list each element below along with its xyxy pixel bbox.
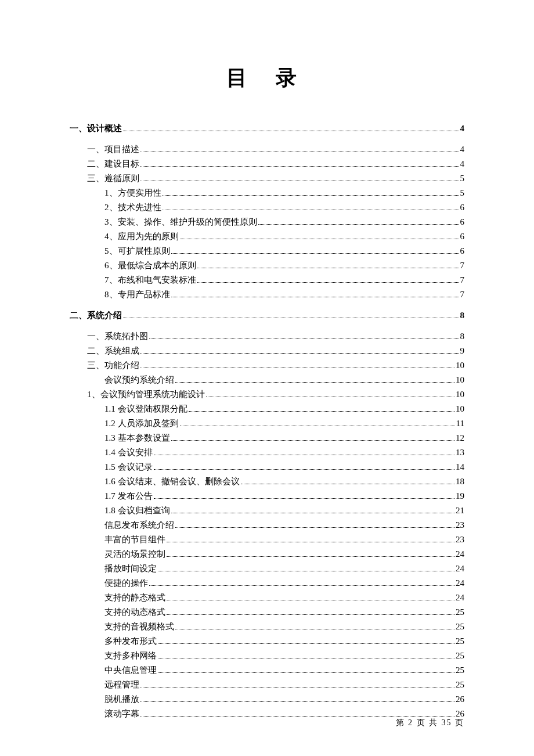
toc-entry[interactable]: 6、最低综合成本的原则7 xyxy=(70,258,464,272)
toc-entry[interactable]: 一、设计概述4 xyxy=(70,121,464,135)
toc-entry-page: 5 xyxy=(460,171,465,185)
toc-entry[interactable]: 1、会议预约管理系统功能设计10 xyxy=(70,387,464,401)
toc-entry-label: 播放时间设定 xyxy=(104,561,157,575)
toc-entry-label: 1、会议预约管理系统功能设计 xyxy=(87,387,205,401)
page-footer: 第 2 页 共 35 页 xyxy=(396,718,465,728)
toc-entry[interactable]: 中央信息管理25 xyxy=(70,663,464,677)
toc-entry[interactable]: 7、布线和电气安装标准7 xyxy=(70,273,464,287)
toc-entry-page: 26 xyxy=(456,692,464,706)
toc-entry-label: 灵活的场景控制 xyxy=(104,547,165,561)
toc-entry[interactable]: 3、安装、操作、维护升级的简便性原则6 xyxy=(70,215,464,229)
toc-entry[interactable]: 多种发布形式25 xyxy=(70,634,464,648)
toc-entry-page: 10 xyxy=(456,358,464,372)
toc-entry-page: 24 xyxy=(456,561,464,575)
document-title: 目 录 xyxy=(70,64,464,92)
toc-entry-page: 4 xyxy=(460,157,465,171)
toc-dot-leader xyxy=(175,527,454,528)
toc-entry-label: 1、方便实用性 xyxy=(104,186,161,200)
toc-entry-label: 便捷的操作 xyxy=(104,576,148,590)
toc-entry[interactable]: 1、方便实用性5 xyxy=(70,186,464,200)
toc-entry-page: 11 xyxy=(456,416,464,430)
toc-entry-page: 7 xyxy=(460,287,465,301)
toc-dot-leader xyxy=(123,318,459,318)
toc-entry-label: 丰富的节目组件 xyxy=(104,532,165,546)
toc-dot-leader xyxy=(163,210,459,210)
toc-dot-leader xyxy=(167,614,454,615)
toc-entry-label: 会议预约系统介绍 xyxy=(104,373,174,387)
toc-dot-leader xyxy=(158,571,454,571)
toc-entry[interactable]: 8、专用产品标准7 xyxy=(70,287,464,301)
toc-entry[interactable]: 灵活的场景控制24 xyxy=(70,547,464,561)
toc-entry[interactable]: 会议预约系统介绍10 xyxy=(70,373,464,387)
toc-entry[interactable]: 1.6 会议结束、撤销会议、删除会议18 xyxy=(70,474,464,488)
toc-dot-leader xyxy=(149,339,459,339)
toc-entry[interactable]: 播放时间设定24 xyxy=(70,561,464,575)
toc-entry[interactable]: 1.3 基本参数设置12 xyxy=(70,431,464,445)
toc-dot-leader xyxy=(158,658,454,658)
toc-dot-leader xyxy=(180,426,455,426)
toc-entry-label: 中央信息管理 xyxy=(104,663,157,677)
toc-entry-label: 1.2 人员添加及签到 xyxy=(104,416,179,430)
toc-dot-leader xyxy=(171,297,459,297)
toc-dot-leader xyxy=(175,629,454,629)
toc-entry[interactable]: 二、建设目标4 xyxy=(70,157,464,171)
toc-entry-page: 8 xyxy=(460,329,465,343)
toc-entry[interactable]: 一、系统拓扑图8 xyxy=(70,329,464,343)
toc-entry-page: 19 xyxy=(456,489,464,503)
toc-entry[interactable]: 1.4 会议安排13 xyxy=(70,445,464,459)
toc-dot-leader xyxy=(171,513,455,513)
toc-entry-page: 6 xyxy=(460,229,465,243)
toc-entry[interactable]: 1.7 发布公告19 xyxy=(70,489,464,503)
toc-entry[interactable]: 远程管理25 xyxy=(70,678,464,692)
toc-entry-page: 6 xyxy=(460,244,465,258)
toc-entry-label: 1.5 会议记录 xyxy=(104,460,153,474)
toc-entry-label: 脱机播放 xyxy=(104,692,139,706)
toc-dot-leader xyxy=(140,166,459,167)
toc-entry[interactable]: 支持的动态格式25 xyxy=(70,605,464,619)
toc-dot-leader xyxy=(154,498,455,499)
toc-entry-label: 8、专用产品标准 xyxy=(104,287,170,301)
toc-entry-label: 支持多种网络 xyxy=(104,649,157,663)
footer-current-page: 2 xyxy=(408,718,413,727)
toc-entry[interactable]: 1.1 会议登陆权限分配10 xyxy=(70,402,464,416)
toc-entry[interactable]: 二、系统组成9 xyxy=(70,344,464,358)
toc-entry[interactable]: 1.5 会议记录14 xyxy=(70,460,464,474)
toc-entry[interactable]: 4、应用为先的原则6 xyxy=(70,229,464,243)
toc-entry[interactable]: 三、遵循原则5 xyxy=(70,171,464,185)
toc-entry-page: 12 xyxy=(456,431,464,445)
toc-entry[interactable]: 支持多种网络25 xyxy=(70,649,464,663)
toc-dot-leader xyxy=(158,672,454,673)
toc-entry[interactable]: 便捷的操作24 xyxy=(70,576,464,590)
toc-entry-label: 6、最低综合成本的原则 xyxy=(104,258,196,272)
toc-dot-leader xyxy=(140,353,459,354)
toc-entry-label: 1.1 会议登陆权限分配 xyxy=(104,402,187,416)
toc-entry-page: 24 xyxy=(456,591,464,604)
toc-dot-leader xyxy=(189,411,455,412)
toc-dot-leader xyxy=(140,701,454,702)
toc-entry-label: 1.8 会议归档查询 xyxy=(104,503,170,517)
toc-dot-leader xyxy=(140,368,454,368)
toc-entry[interactable]: 支持的音视频格式25 xyxy=(70,620,464,633)
toc-entry[interactable]: 三、功能介绍10 xyxy=(70,358,464,372)
toc-entry-label: 二、系统介绍 xyxy=(70,308,122,322)
toc-entry-page: 6 xyxy=(460,215,465,229)
toc-entry-label: 远程管理 xyxy=(104,678,139,692)
toc-entry-page: 23 xyxy=(456,518,464,532)
toc-entry-label: 3、安装、操作、维护升级的简便性原则 xyxy=(104,215,257,229)
toc-dot-leader xyxy=(206,397,455,397)
toc-entry-page: 10 xyxy=(456,373,464,387)
toc-entry[interactable]: 信息发布系统介绍23 xyxy=(70,518,464,532)
toc-entry[interactable]: 1.2 人员添加及签到11 xyxy=(70,416,464,430)
toc-dot-leader xyxy=(197,268,459,268)
toc-entry[interactable]: 一、项目描述4 xyxy=(70,142,464,156)
toc-entry-label: 1.3 基本参数设置 xyxy=(104,431,170,445)
toc-entry[interactable]: 脱机播放26 xyxy=(70,692,464,706)
toc-entry-page: 10 xyxy=(456,387,464,401)
toc-entry[interactable]: 二、系统介绍8 xyxy=(70,308,464,322)
toc-entry-page: 25 xyxy=(456,620,464,633)
toc-entry[interactable]: 丰富的节目组件23 xyxy=(70,532,464,546)
toc-entry[interactable]: 支持的静态格式24 xyxy=(70,591,464,604)
toc-entry[interactable]: 5、可扩展性原则6 xyxy=(70,244,464,258)
toc-entry[interactable]: 2、技术先进性6 xyxy=(70,200,464,214)
toc-entry[interactable]: 1.8 会议归档查询21 xyxy=(70,503,464,517)
